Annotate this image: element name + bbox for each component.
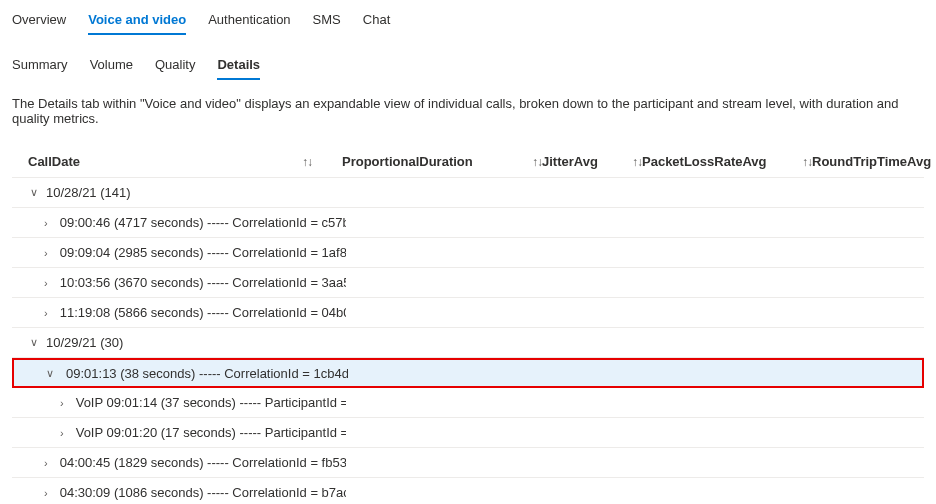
sort-icon[interactable]: ↑↓ (302, 155, 312, 169)
col-packetloss[interactable]: PacketLossRateAvg ↑↓ (642, 154, 812, 169)
call-label: 09:01:13 (38 seconds) ----- CorrelationI… (66, 366, 348, 381)
table-header: CallDate ↑↓ ProportionalDuration ↑↓ Jitt… (12, 146, 924, 178)
tab-voice-and-video[interactable]: Voice and video (88, 8, 186, 35)
col-packetloss-label: PacketLossRateAvg (642, 154, 767, 169)
chevron-right-icon: › (44, 457, 48, 469)
chevron-down-icon: ∨ (28, 186, 40, 199)
chevron-right-icon: › (44, 247, 48, 259)
call-label: 11:19:08 (5866 seconds) ----- Correlatio… (60, 305, 346, 320)
call-row[interactable]: › 09:09:04 (2985 seconds) ----- Correlat… (12, 238, 924, 268)
chevron-right-icon: › (44, 487, 48, 499)
participant-row[interactable]: › VoIP 09:01:20 (17 seconds) ----- Parti… (12, 418, 924, 448)
col-rtt[interactable]: RoundTripTimeAvg ↑↓ (812, 154, 936, 169)
participant-row[interactable]: › VoIP 09:01:14 (37 seconds) ----- Parti… (12, 388, 924, 418)
sub-tabs: Summary Volume Quality Details (12, 53, 924, 80)
call-label: 04:30:09 (1086 seconds) ----- Correlatio… (60, 485, 346, 500)
description-text: The Details tab within "Voice and video"… (12, 96, 924, 126)
subtab-details[interactable]: Details (217, 53, 260, 80)
call-label: 09:00:46 (4717 seconds) ----- Correlatio… (60, 215, 346, 230)
subtab-volume[interactable]: Volume (90, 53, 133, 80)
col-rtt-label: RoundTripTimeAvg (812, 154, 931, 169)
subtab-quality[interactable]: Quality (155, 53, 195, 80)
primary-tabs: Overview Voice and video Authentication … (12, 8, 924, 35)
col-jitteravg-label: JitterAvg (542, 154, 598, 169)
group-label: 10/28/21 (141) (46, 185, 131, 200)
chevron-down-icon: ∨ (28, 336, 40, 349)
group-row[interactable]: ∨ 10/29/21 (30) (12, 328, 924, 358)
chevron-right-icon: › (44, 277, 48, 289)
tab-sms[interactable]: SMS (313, 8, 341, 35)
chevron-right-icon: › (44, 217, 48, 229)
col-jitteravg[interactable]: JitterAvg ↑↓ (542, 154, 642, 169)
sort-icon: ↑↓ (632, 155, 642, 169)
chevron-right-icon: › (60, 397, 64, 409)
call-label: 09:09:04 (2985 seconds) ----- Correlatio… (60, 245, 346, 260)
tab-chat[interactable]: Chat (363, 8, 390, 35)
tab-authentication[interactable]: Authentication (208, 8, 290, 35)
call-label: 04:00:45 (1829 seconds) ----- Correlatio… (60, 455, 346, 470)
col-calldate-label: CallDate (28, 154, 80, 169)
sort-icon: ↑↓ (532, 155, 542, 169)
tab-overview[interactable]: Overview (12, 8, 66, 35)
sort-icon: ↑↓ (802, 155, 812, 169)
col-propduration-label: ProportionalDuration (342, 154, 473, 169)
chevron-right-icon: › (44, 307, 48, 319)
call-row[interactable]: › 04:00:45 (1829 seconds) ----- Correlat… (12, 448, 924, 478)
chevron-right-icon: › (60, 427, 64, 439)
participant-label: VoIP 09:01:20 (17 seconds) ----- Partici… (76, 425, 346, 440)
call-row[interactable]: › 09:00:46 (4717 seconds) ----- Correlat… (12, 208, 924, 238)
participant-label: VoIP 09:01:14 (37 seconds) ----- Partici… (76, 395, 346, 410)
group-label: 10/29/21 (30) (46, 335, 123, 350)
call-row[interactable]: › 11:19:08 (5866 seconds) ----- Correlat… (12, 298, 924, 328)
subtab-summary[interactable]: Summary (12, 53, 68, 80)
chevron-down-icon: ∨ (46, 367, 54, 380)
call-row[interactable]: › 04:30:09 (1086 seconds) ----- Correlat… (12, 478, 924, 504)
call-row-selected[interactable]: ∨ 09:01:13 (38 seconds) ----- Correlatio… (12, 358, 924, 388)
call-label: 10:03:56 (3670 seconds) ----- Correlatio… (60, 275, 346, 290)
col-calldate[interactable]: CallDate (16, 154, 306, 169)
group-row[interactable]: ∨ 10/28/21 (141) (12, 178, 924, 208)
call-row[interactable]: › 10:03:56 (3670 seconds) ----- Correlat… (12, 268, 924, 298)
col-propduration[interactable]: ProportionalDuration ↑↓ (342, 154, 542, 169)
